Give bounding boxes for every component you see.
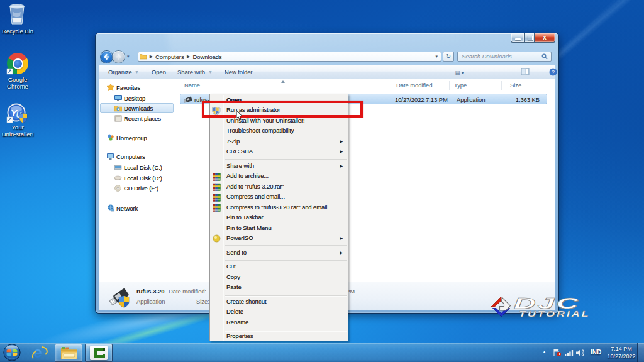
svg-text:?: ? bbox=[552, 69, 555, 75]
svg-text:TUTORIAL: TUTORIAL bbox=[519, 310, 590, 318]
svg-text:DJC: DJC bbox=[514, 295, 580, 312]
